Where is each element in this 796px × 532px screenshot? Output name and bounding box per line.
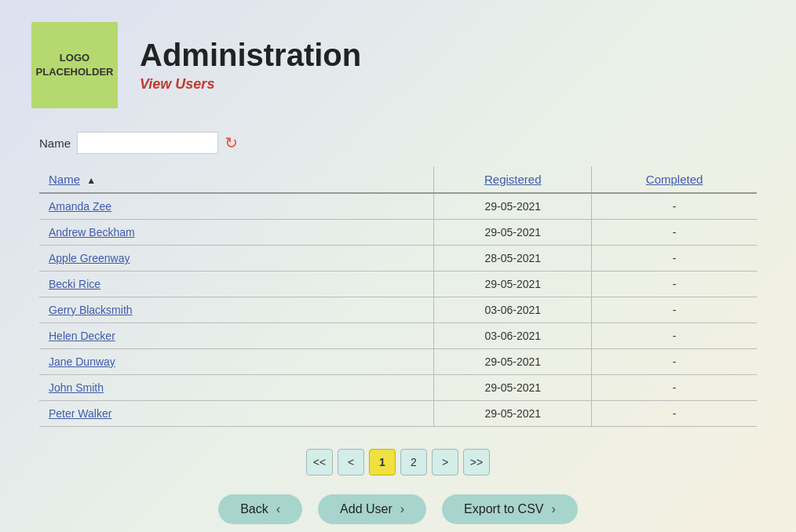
cell-completed-6: - [592, 349, 757, 375]
cell-name-5: Helen Decker [39, 323, 434, 349]
page-first-button[interactable]: << [306, 449, 333, 476]
cell-name-4: Gerry Blacksmith [39, 297, 434, 323]
user-link-8[interactable]: Peter Walker [49, 407, 111, 420]
page-subtitle: View Users [140, 76, 361, 93]
back-button[interactable]: Back ‹ [218, 494, 302, 524]
export-csv-button[interactable]: Export to CSV › [442, 494, 578, 524]
cell-completed-3: - [592, 271, 757, 297]
cell-completed-0: - [592, 193, 757, 220]
table-row: Becki Rice 29-05-2021 - [39, 271, 757, 297]
cell-registered-4: 03-06-2021 [434, 297, 592, 323]
user-link-7[interactable]: John Smith [49, 381, 104, 394]
table-row: Amanda Zee 29-05-2021 - [39, 193, 757, 220]
cell-completed-7: - [592, 375, 757, 401]
cell-registered-1: 29-05-2021 [434, 220, 592, 246]
cell-name-2: Apple Greenway [39, 246, 434, 271]
header-text: Administration View Users [140, 38, 361, 93]
table-row: Andrew Beckham 29-05-2021 - [39, 220, 757, 246]
page-header: LOGOPLACEHOLDER Administration View User… [0, 0, 796, 124]
main-content: Name ↺ Name ▲ Registered Completed Amand… [0, 124, 796, 532]
cell-completed-4: - [592, 297, 757, 323]
col-header-registered: Registered [434, 166, 592, 193]
add-user-label: Add User [340, 502, 393, 516]
cell-registered-0: 29-05-2021 [434, 193, 592, 220]
add-user-arrow-icon: › [400, 502, 404, 516]
page-title: Administration [140, 38, 361, 73]
add-user-button[interactable]: Add User › [318, 494, 426, 524]
table-row: Peter Walker 29-05-2021 - [39, 401, 757, 427]
back-arrow-icon: ‹ [276, 502, 280, 516]
cell-completed-5: - [592, 323, 757, 349]
sort-registered-link[interactable]: Registered [484, 173, 542, 186]
table-row: Apple Greenway 28-05-2021 - [39, 246, 757, 271]
cell-name-6: Jane Dunway [39, 349, 434, 375]
cell-name-1: Andrew Beckham [39, 220, 434, 246]
cell-name-7: John Smith [39, 375, 434, 401]
pagination: << < 1 2 > >> [39, 449, 757, 476]
user-link-0[interactable]: Amanda Zee [49, 200, 111, 213]
cell-completed-8: - [592, 401, 757, 427]
user-link-1[interactable]: Andrew Beckham [49, 226, 135, 239]
export-arrow-icon: › [551, 502, 555, 516]
page-2-button[interactable]: 2 [400, 449, 427, 476]
search-input[interactable] [77, 132, 218, 154]
page-last-button[interactable]: >> [463, 449, 490, 476]
action-buttons: Back ‹ Add User › Export to CSV › [39, 494, 757, 524]
user-link-3[interactable]: Becki Rice [49, 278, 100, 290]
cell-completed-2: - [592, 246, 757, 271]
search-row: Name ↺ [39, 132, 757, 154]
cell-registered-7: 29-05-2021 [434, 375, 592, 401]
sort-completed-link[interactable]: Completed [646, 173, 703, 186]
cell-registered-5: 03-06-2021 [434, 323, 592, 349]
table-row: Helen Decker 03-06-2021 - [39, 323, 757, 349]
cell-completed-1: - [592, 220, 757, 246]
table-header: Name ▲ Registered Completed [39, 166, 757, 193]
cell-name-0: Amanda Zee [39, 193, 434, 220]
sort-name-link[interactable]: Name [49, 173, 80, 186]
export-csv-label: Export to CSV [464, 502, 543, 516]
page-prev-button[interactable]: < [338, 449, 364, 476]
table-row: Jane Dunway 29-05-2021 - [39, 349, 757, 375]
cell-name-3: Becki Rice [39, 271, 434, 297]
user-link-5[interactable]: Helen Decker [49, 330, 115, 342]
cell-registered-2: 28-05-2021 [434, 246, 592, 271]
table-row: Gerry Blacksmith 03-06-2021 - [39, 297, 757, 323]
table-body: Amanda Zee 29-05-2021 - Andrew Beckham 2… [39, 193, 757, 427]
back-label: Back [240, 502, 268, 516]
sort-arrow-icon: ▲ [86, 175, 96, 186]
logo: LOGOPLACEHOLDER [31, 22, 118, 108]
cell-registered-6: 29-05-2021 [434, 349, 592, 375]
user-link-6[interactable]: Jane Dunway [49, 355, 115, 368]
col-header-completed: Completed [592, 166, 757, 193]
cell-registered-3: 29-05-2021 [434, 271, 592, 297]
col-header-name: Name ▲ [39, 166, 434, 193]
page-1-button[interactable]: 1 [369, 449, 396, 476]
user-link-2[interactable]: Apple Greenway [49, 252, 130, 264]
users-table: Name ▲ Registered Completed Amanda Zee 2… [39, 166, 757, 427]
cell-registered-8: 29-05-2021 [434, 401, 592, 427]
user-link-4[interactable]: Gerry Blacksmith [49, 304, 133, 316]
table-row: John Smith 29-05-2021 - [39, 375, 757, 401]
refresh-icon[interactable]: ↺ [225, 133, 238, 152]
cell-name-8: Peter Walker [39, 401, 434, 427]
page-next-button[interactable]: > [432, 449, 458, 476]
search-label: Name [39, 137, 71, 150]
